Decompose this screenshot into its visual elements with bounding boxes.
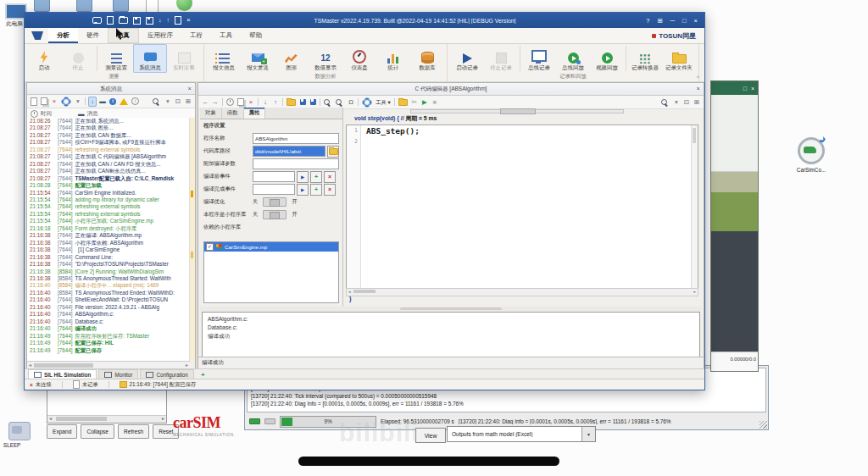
desktop-shortcut-icon[interactable]	[34, 0, 50, 12]
close-button[interactable]: ×	[694, 17, 698, 25]
log-row[interactable]: 21:16:38[7644]"D:\Projects\TOSUN\Project…	[30, 261, 190, 268]
delete-icon[interactable]: ×	[248, 98, 254, 107]
log-row[interactable]: 21:08:27[7644]正在加载 CAN 数据库...	[30, 132, 190, 139]
app-logo-icon[interactable]	[31, 31, 43, 40]
close-icon[interactable]: ×	[697, 83, 700, 95]
move-down-icon[interactable]: ↓	[262, 98, 269, 107]
vertical-scrollbar[interactable]	[189, 118, 195, 361]
ribbon-button-统计[interactable]: 统计	[376, 44, 410, 73]
ribbon-button-实时注释[interactable]: 实时注释	[167, 44, 201, 73]
checkbox-icon[interactable]: ✓	[206, 243, 214, 251]
export-icon[interactable]: ⊡	[175, 97, 181, 106]
log-row[interactable]: 21:16:40[7644]ABSAlgorithm.c:	[30, 311, 190, 318]
log-row[interactable]: 21:08:28[7644]配置已加载	[30, 182, 190, 189]
log-row[interactable]: 21:08:27[7644]refreshing external symbol…	[30, 147, 190, 153]
collapse-button[interactable]: Collapse	[81, 424, 114, 439]
zoom-slider[interactable]	[410, 109, 624, 113]
pre-compile-event-input[interactable]	[253, 171, 295, 182]
openlib-icon[interactable]	[398, 98, 408, 107]
log-row[interactable]: 21:16:38[7644]小程序库依赖: ABSAlgorithm	[30, 240, 190, 246]
log-row[interactable]: 21:16:40[7644]编译成功	[30, 325, 190, 332]
scroll-left-icon[interactable]: ◄	[48, 416, 53, 421]
ribbon-button-总线记录[interactable]: 总线记录	[522, 44, 556, 73]
export-icon[interactable]: ⊡	[683, 98, 690, 107]
optimization-toggle[interactable]	[263, 197, 287, 207]
run-icon[interactable]: ▶	[421, 98, 428, 107]
carsim-desktop-shortcut[interactable]: CarSimCo...	[792, 137, 831, 173]
settings-icon[interactable]	[61, 97, 71, 106]
save-config-icon[interactable]	[133, 17, 141, 25]
open-icon[interactable]	[287, 98, 296, 107]
scroll-left-icon[interactable]: ◄	[28, 363, 32, 368]
ribbon-button-数据库[interactable]: 数据库	[410, 44, 444, 73]
desktop-app-icon[interactable]	[176, 0, 192, 11]
log-row[interactable]: 21:16:40[7644]Database.c:	[30, 318, 190, 325]
menu-tab-分析[interactable]: 分析	[48, 28, 78, 43]
save-as-icon[interactable]	[146, 17, 153, 25]
log-row[interactable]: 21:08:27[7644]正在加载 CAN剩余总线仿真...	[30, 168, 190, 174]
messages-icon[interactable]: ▬	[99, 97, 106, 106]
browse-folder-button[interactable]	[327, 146, 339, 158]
close-icon[interactable]: ×	[188, 83, 192, 94]
ribbon-button-启动记录[interactable]: 启动记录	[450, 44, 484, 73]
resize-grip[interactable]	[760, 421, 767, 429]
menu-tab-工程[interactable]: 工程	[181, 28, 211, 43]
layout-icon[interactable]: ⊞	[185, 97, 192, 106]
log-row[interactable]: 21:15:54[7644]CarSim Engine Initialized.	[30, 190, 190, 196]
add-event-button[interactable]: +	[310, 171, 322, 183]
horizontal-scrollbar[interactable]: ◄ ►	[47, 415, 166, 423]
caret-down-icon[interactable]: ▾	[164, 97, 171, 106]
log-row[interactable]: 21:16:49[7644]应用程序映射已保存: TSMaster	[30, 333, 190, 340]
copy-icon[interactable]	[41, 97, 47, 106]
tab-对象[interactable]: 对象	[200, 108, 222, 119]
tab-函数[interactable]: 函数	[222, 108, 244, 119]
search-icon[interactable]	[324, 98, 332, 107]
log-row[interactable]: 21:08:27[7644]正在加载 CAN / CAN FD 报文信息...	[30, 161, 190, 168]
redo-icon[interactable]: →	[212, 98, 219, 107]
caret-down-icon[interactable]: ▾	[673, 98, 680, 107]
post-compile-event-input[interactable]	[253, 184, 295, 195]
stopbtn-icon[interactable]: ■	[431, 98, 438, 107]
layout-icon[interactable]: ⊞	[693, 98, 700, 107]
log-row[interactable]: 21:16:38[7644]Command Line:	[30, 254, 190, 261]
scroll-left-icon[interactable]: ◄	[348, 290, 351, 294]
remove-event-button[interactable]: ×	[324, 171, 336, 183]
open-config-icon[interactable]	[119, 17, 128, 24]
desktop-shortcut-icon[interactable]	[76, 0, 92, 12]
desktop-file-icon[interactable]	[146, 0, 159, 13]
log-row[interactable]: 21:15:54[7644]refreshing external symbol…	[30, 211, 190, 218]
cut-icon[interactable]: ✂	[411, 98, 418, 107]
log-row[interactable]: 21:08:27[7644]TSMaster配置已载入自: C:\LC_Ramd…	[30, 175, 190, 182]
log-row[interactable]: 21:16:40[8584]TS AnonymousThread Ended: …	[30, 290, 190, 296]
move-up-icon[interactable]: ↑	[272, 98, 279, 107]
ribbon-button-报文发送[interactable]: 报文发送	[241, 44, 275, 73]
log-row[interactable]: 21:16:40[7644]ShellExecAndWait: D:\Proje…	[30, 296, 190, 303]
refresh-button[interactable]: Refresh	[118, 424, 149, 439]
horizontal-scrollbar[interactable]: ◄ ►	[346, 288, 698, 296]
pick-event-button[interactable]: ▶	[297, 184, 309, 196]
log-row[interactable]: 21:08:26[7644]正在加载 系统消息...	[30, 118, 190, 125]
minimize-button[interactable]: ─	[670, 17, 675, 25]
scroll-right-icon[interactable]: ►	[693, 290, 697, 294]
add-event-button[interactable]: +	[310, 184, 322, 196]
log-row[interactable]: 21:08:27[7644]按Ctrl+F9编译脚本, 或F9直接运行脚本	[30, 139, 190, 146]
import-icon[interactable]: ↓	[159, 17, 162, 24]
is-library-toggle[interactable]	[263, 210, 287, 219]
menu-tab-硬件[interactable]: 硬件	[78, 28, 108, 43]
player-progress-bar[interactable]	[298, 457, 559, 466]
message-list[interactable]: 21:08:26[7644]正在加载 系统消息...21:08:27[7644]…	[27, 118, 190, 361]
ribbon-collapse-icon[interactable]: ^	[697, 75, 699, 80]
scroll-bottom-icon[interactable]: ↓	[89, 97, 96, 106]
scroll-right-icon[interactable]: ►	[161, 416, 165, 421]
column-message[interactable]: 消息	[87, 110, 98, 118]
log-row[interactable]: 21:15:54[7644]adding mp library for dyna…	[30, 196, 190, 203]
tab-属性[interactable]: 属性	[244, 108, 266, 119]
carsim-listbox[interactable]: ◄ ►	[47, 388, 167, 423]
menu-tab-仿真[interactable]: 仿真	[108, 28, 139, 43]
ribbon-button-报文信息[interactable]: 报文信息	[207, 44, 241, 73]
pin-button[interactable]: ⊞	[657, 17, 662, 25]
about-icon[interactable]: i	[131, 97, 139, 106]
log-row[interactable]: 21:16:38[7644] [1] CarSimEngine	[30, 246, 190, 253]
help-button[interactable]: ?	[646, 17, 649, 25]
ribbon-button-测量设置[interactable]: 测量设置	[99, 44, 133, 73]
